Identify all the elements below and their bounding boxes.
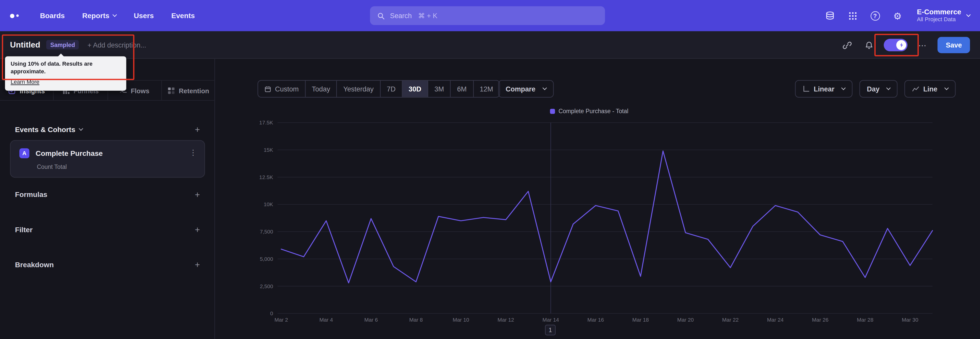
range-label: 12M xyxy=(480,85,493,93)
top-navbar: Boards Reports Users Events Search ⌘ + K… xyxy=(0,0,980,31)
svg-text:Mar 10: Mar 10 xyxy=(453,317,469,323)
legend-swatch xyxy=(550,109,555,114)
range-yesterday[interactable]: Yesterday xyxy=(337,81,380,97)
sampled-badge[interactable]: Sampled xyxy=(46,40,79,50)
chevron-down-icon xyxy=(78,126,83,130)
nav-item-label: Users xyxy=(134,12,154,19)
report-title[interactable]: Untitled xyxy=(10,40,40,50)
svg-text:Mar 18: Mar 18 xyxy=(632,317,649,323)
svg-text:Mar 28: Mar 28 xyxy=(857,317,873,323)
search-placeholder: Search xyxy=(390,12,412,19)
nav-item-label: Reports xyxy=(82,12,109,19)
alert-bell-icon[interactable] xyxy=(862,38,876,52)
pagination-page-1[interactable]: 1 xyxy=(545,325,556,336)
range-3m[interactable]: 3M xyxy=(428,81,451,97)
project-switcher[interactable]: E-Commerce All Project Data xyxy=(917,8,970,23)
events-cohorts-header[interactable]: Events & Cohorts xyxy=(15,126,82,133)
add-formula-button[interactable]: + xyxy=(195,190,200,199)
range-label: 7D xyxy=(387,85,395,93)
date-range-segmented-control: Custom Today Yesterday 7D 30D 3M 6M 12M xyxy=(258,80,500,98)
report-header: Untitled Sampled + Add description... ⋯ … xyxy=(0,31,980,59)
chevron-down-icon xyxy=(113,12,117,17)
sampling-tooltip: Using 10% of data. Results are approxima… xyxy=(5,56,126,91)
event-metric[interactable]: Count Total xyxy=(37,163,67,170)
range-today[interactable]: Today xyxy=(305,81,337,97)
search-input[interactable]: Search ⌘ + K xyxy=(370,6,605,25)
events-cohorts-header-row: Events & Cohorts + xyxy=(15,123,200,136)
mixpanel-logo-icon[interactable] xyxy=(10,14,19,18)
search-shortcut: ⌘ + K xyxy=(418,11,438,20)
app-window: Boards Reports Users Events Search ⌘ + K… xyxy=(0,0,980,339)
compare-button[interactable]: Compare xyxy=(498,80,554,98)
logo-dot xyxy=(10,14,14,18)
add-breakdown-button[interactable]: + xyxy=(195,260,200,269)
apps-grid-icon[interactable] xyxy=(845,7,861,24)
event-card-complete-purchase[interactable]: A Complete Purchase Count Total ⋮ xyxy=(10,140,205,178)
left-panel: Insights Funnels Flows Retention xyxy=(0,59,215,339)
settings-gear-icon[interactable]: ⚙ xyxy=(889,7,906,24)
breakdown-label: Breakdown xyxy=(15,261,54,268)
nav-item-label: Boards xyxy=(40,12,65,19)
range-6m[interactable]: 6M xyxy=(451,81,474,97)
formulas-label: Formulas xyxy=(15,191,48,198)
calendar-icon xyxy=(264,85,271,92)
line-chart[interactable]: 02,5005,0007,50010K12.5K15K17.5KMar 2Mar… xyxy=(238,117,941,336)
add-event-button[interactable]: + xyxy=(195,125,200,134)
scale-label: Linear xyxy=(814,85,835,93)
svg-text:Mar 16: Mar 16 xyxy=(587,317,604,323)
copy-link-icon[interactable] xyxy=(840,38,854,52)
filter-row: Filter + xyxy=(15,223,200,237)
interval-selector[interactable]: Day xyxy=(859,80,897,98)
nav-item-users[interactable]: Users xyxy=(134,12,154,19)
retention-icon xyxy=(168,86,175,94)
add-description-field[interactable]: + Add description... xyxy=(88,41,146,48)
project-info: E-Commerce All Project Data xyxy=(917,8,961,23)
range-12m[interactable]: 12M xyxy=(473,81,499,97)
gear-glyph: ⚙ xyxy=(893,11,902,21)
svg-text:17.5K: 17.5K xyxy=(259,120,273,125)
svg-text:Mar 14: Mar 14 xyxy=(542,317,559,323)
nav-item-label: Events xyxy=(171,12,195,19)
chevron-down-icon xyxy=(841,85,845,90)
report-header-actions: ⋯ Save xyxy=(840,31,970,59)
svg-text:Mar 20: Mar 20 xyxy=(677,317,694,323)
logo-dot xyxy=(16,14,19,17)
toggle-knob xyxy=(897,40,907,50)
chevron-down-icon xyxy=(542,85,547,90)
linear-scale-icon xyxy=(802,85,810,93)
range-custom[interactable]: Custom xyxy=(258,81,305,97)
svg-text:Mar 8: Mar 8 xyxy=(409,317,423,323)
help-icon[interactable]: ? xyxy=(867,7,883,24)
range-label: 6M xyxy=(457,85,466,93)
chart-type-selector[interactable]: Line xyxy=(904,80,956,98)
range-7d[interactable]: 7D xyxy=(380,81,402,97)
line-chart-icon xyxy=(912,85,920,93)
tab-label: Retention xyxy=(179,86,209,94)
main-content: Custom Today Yesterday 7D 30D 3M 6M 12M … xyxy=(215,59,980,339)
project-scope: All Project Data xyxy=(917,17,961,23)
tab-retention[interactable]: Retention xyxy=(162,81,215,100)
sampling-toggle[interactable] xyxy=(884,39,908,51)
add-filter-button[interactable]: + xyxy=(195,225,200,234)
event-menu-dots-icon[interactable]: ⋮ xyxy=(189,148,197,157)
nav-item-events[interactable]: Events xyxy=(171,12,195,19)
save-button[interactable]: Save xyxy=(938,37,970,53)
svg-text:Mar 30: Mar 30 xyxy=(902,317,918,323)
interval-label: Day xyxy=(867,85,880,93)
navbar-right-cluster: ? ⚙ E-Commerce All Project Data xyxy=(822,0,970,31)
nav-item-reports[interactable]: Reports xyxy=(82,12,116,19)
svg-text:7,500: 7,500 xyxy=(260,229,273,235)
event-name: Complete Purchase xyxy=(36,149,103,157)
events-cohorts-label: Events & Cohorts xyxy=(15,126,75,133)
range-label: Yesterday xyxy=(343,85,374,93)
more-options-button[interactable]: ⋯ xyxy=(916,38,929,52)
svg-text:Mar 22: Mar 22 xyxy=(722,317,739,323)
svg-text:2,500: 2,500 xyxy=(260,283,273,289)
legend-label: Complete Purchase - Total xyxy=(558,107,628,114)
svg-text:Mar 24: Mar 24 xyxy=(767,317,784,323)
scale-selector[interactable]: Linear xyxy=(795,80,853,98)
range-30d[interactable]: 30D xyxy=(402,81,428,97)
nav-item-boards[interactable]: Boards xyxy=(40,12,65,19)
data-definitions-icon[interactable] xyxy=(822,7,838,24)
learn-more-link[interactable]: Learn More xyxy=(11,79,40,85)
